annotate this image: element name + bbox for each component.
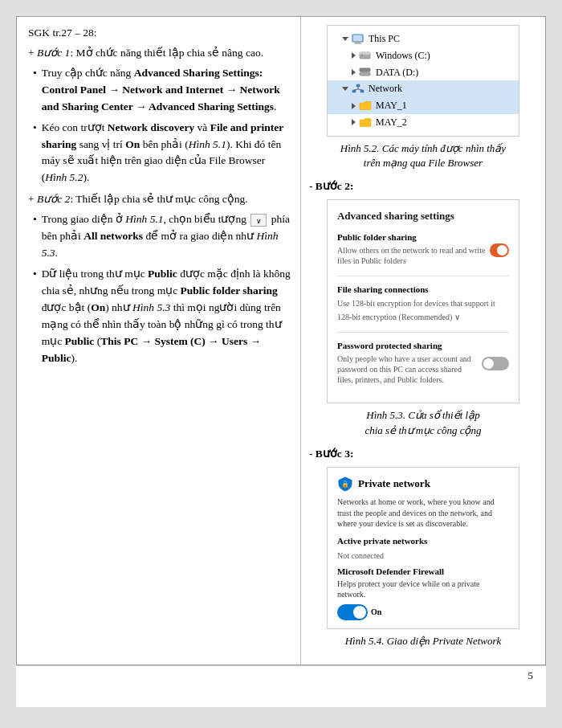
fb-label-data: DATA (D:) — [376, 66, 418, 80]
toggle-knob-3 — [483, 358, 494, 369]
adv-section-password: Password protected sharing Only people w… — [337, 339, 509, 395]
bullet-item-3: Trong giao diện ở Hình 5.1, chọn biểu tư… — [33, 211, 291, 262]
pn-toggle-on — [337, 604, 368, 620]
bullet-list-1: Truy cập chức năng Advanced Sharing Sett… — [28, 65, 291, 186]
svg-text:🔒: 🔒 — [341, 480, 349, 488]
bullet-list-2: Trong giao diện ở Hình 5.1, chọn biểu tư… — [28, 211, 291, 366]
fb-row-thispc: This PC — [328, 31, 519, 47]
bullet-item-1: Truy cập chức năng Advanced Sharing Sett… — [33, 65, 291, 116]
folder-icon-may1 — [359, 100, 372, 112]
monitor-icon — [352, 32, 364, 45]
svg-rect-6 — [360, 68, 370, 72]
toggle-on-1 — [490, 243, 509, 257]
adv-section-file: File sharing connections Use 128-bit enc… — [337, 283, 509, 333]
pn-on-label: On — [371, 606, 381, 618]
pn-active-title: Active private networks — [337, 534, 509, 548]
pn-firewall-title: Microsoft Defender Firewall — [337, 565, 509, 579]
shield-icon: 🔒 — [337, 476, 353, 492]
buoc1-intro: + Bước 1: Mở chức năng thiết lập chia sẻ… — [28, 45, 291, 62]
adv-sharing-title: Advanced sharing settings — [337, 208, 509, 224]
fig54-caption: Hình 5.4. Giao diện Private Network — [309, 634, 537, 648]
fb-row-may1: MAY_1 — [328, 97, 519, 114]
fig54-caption-text: Hình 5.4. Giao diện Private Network — [345, 635, 502, 647]
pn-desc: Networks at home or work, where you know… — [337, 497, 509, 530]
adv-section1-text: Public folder sharing Allow others on th… — [337, 231, 490, 270]
svg-rect-9 — [352, 90, 356, 92]
left-column: SGK tr.27 – 28: + Bước 1: Mở chức năng t… — [17, 17, 301, 665]
toggle-off-3 — [482, 357, 509, 370]
sgk-title: SGK tr.27 – 28: — [28, 25, 291, 42]
fig52-caption-line1: Hình 5.2. Các máy tính được nhìn thấy — [340, 142, 506, 154]
adv-section2-title: File sharing connections — [337, 283, 509, 297]
pn-not-connected: Not connected — [337, 550, 509, 562]
adv-section1-title: Public folder sharing — [337, 231, 490, 244]
network-icon — [352, 83, 364, 96]
fig52-caption-line2: trên mạng qua File Browser — [364, 157, 483, 169]
svg-rect-2 — [354, 43, 361, 43]
bullet-item-2: Kéo con trượt Network discovery và File … — [33, 120, 291, 187]
disk-icon-c — [359, 49, 372, 62]
fb-row-windows: Windows (C:) — [328, 47, 519, 64]
adv-section3-title: Password protected sharing — [337, 339, 475, 353]
buoc3-label: - Bước 3: — [309, 446, 537, 462]
fb-row-data: DATA (D:) — [328, 64, 519, 81]
chevron-down-icon-net — [342, 87, 348, 91]
adv-sharing-box: Advanced sharing settings Public folder … — [327, 199, 519, 403]
dropdown-icon: ∨ — [250, 214, 267, 227]
adv-toggle-row-3: Password protected sharing Only people w… — [337, 339, 509, 389]
fb-label-network: Network — [369, 82, 402, 96]
svg-rect-4 — [360, 52, 370, 55]
adv-section3-text: Password protected sharing Only people w… — [337, 339, 475, 389]
fb-label-windows: Windows (C:) — [376, 49, 430, 63]
svg-rect-10 — [360, 90, 364, 92]
adv-section3-desc: Only people who have a user account and … — [337, 354, 475, 385]
svg-rect-1 — [356, 42, 360, 43]
buoc2-intro: + Bước 2: Thiết lập chia sẻ thư mục công… — [28, 191, 291, 208]
fig52-caption: Hình 5.2. Các máy tính được nhìn thấy tr… — [309, 141, 537, 170]
page-number: 5 — [16, 665, 546, 687]
pn-toggle-knob — [353, 606, 366, 619]
chevron-right-icon-may1 — [352, 103, 356, 109]
fb-row-network: Network — [328, 80, 519, 97]
adv-section1-desc: Allow others on the network to read and … — [337, 245, 490, 266]
pn-header: 🔒 Private network — [337, 476, 509, 492]
chevron-down-icon — [342, 37, 348, 41]
fb-label-may1: MAY_1 — [376, 99, 407, 112]
pn-firewall-desc: Helps protect your device while on a pri… — [337, 579, 509, 599]
pn-title: Private network — [358, 476, 430, 492]
adv-section2-desc: Use 128-bit encryption for devices that … — [337, 298, 509, 309]
file-browser: This PC Windows (C:) — [327, 25, 519, 137]
svg-rect-7 — [360, 72, 370, 76]
fig53-caption: Hình 5.3. Cửa sổ thiết lập chia sẻ thư m… — [309, 408, 537, 437]
fig53-caption-line2: chia sẻ thư mục công cộng — [364, 424, 481, 436]
right-column: This PC Windows (C:) — [301, 17, 545, 665]
svg-rect-0 — [352, 35, 363, 42]
buoc2-label: - Bước 2: — [309, 178, 537, 194]
fb-label-may2: MAY_2 — [376, 116, 407, 129]
chevron-right-icon — [352, 52, 356, 59]
adv-toggle-row-1: Public folder sharing Allow others on th… — [337, 231, 509, 270]
fig53-caption-line1: Hình 5.3. Cửa sổ thiết lập — [366, 409, 479, 421]
fb-row-may2: MAY_2 — [328, 114, 519, 131]
adv-section-public: Public folder sharing Allow others on th… — [337, 231, 509, 277]
bullet-item-4: Dữ liệu trong thư mục Public được mặc đị… — [33, 266, 291, 367]
fb-label-thispc: This PC — [369, 32, 400, 46]
private-network-box: 🔒 Private network Networks at home or wo… — [327, 467, 519, 629]
pn-toggle-row: On — [337, 604, 509, 620]
folder-icon-may2 — [359, 116, 372, 129]
disk-icon-d — [359, 66, 372, 79]
svg-line-12 — [354, 89, 358, 90]
svg-line-13 — [358, 89, 362, 90]
svg-rect-8 — [356, 84, 360, 87]
adv-section2-sub: 128-bit encryption (Recommended) ∨ — [337, 312, 509, 322]
toggle-knob-1 — [497, 245, 507, 256]
chevron-right-icon-may2 — [352, 119, 356, 125]
svg-point-5 — [361, 55, 363, 56]
chevron-right-icon-2 — [352, 69, 356, 76]
